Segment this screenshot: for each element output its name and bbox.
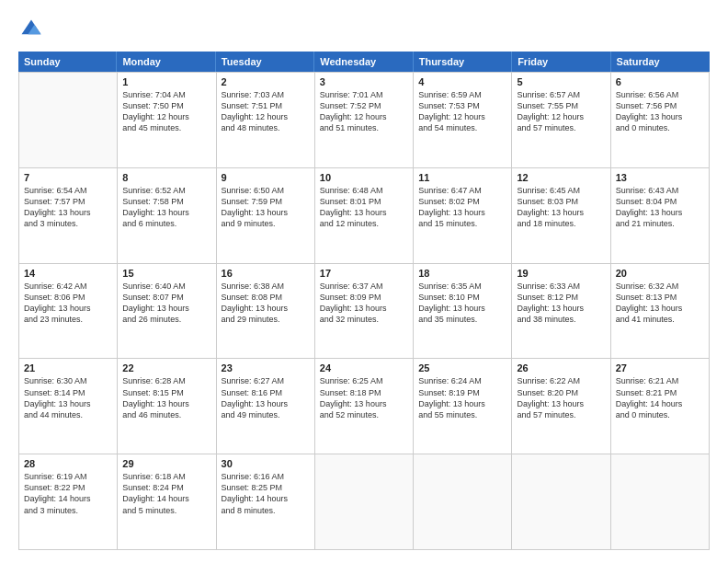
day-info-line: and 57 minutes. [517, 122, 605, 133]
day-info-line: Sunrise: 6:25 AM [320, 375, 408, 386]
day-cell-1: 1Sunrise: 7:04 AMSunset: 7:50 PMDaylight… [118, 73, 216, 168]
day-number: 30 [222, 458, 310, 469]
day-info-line: Sunrise: 6:27 AM [222, 375, 310, 386]
day-cell-15: 15Sunrise: 6:40 AMSunset: 8:07 PMDayligh… [118, 264, 216, 360]
empty-cell-4-6 [611, 454, 710, 550]
empty-cell-0-0 [19, 73, 118, 168]
day-info-line: and 54 minutes. [418, 122, 506, 133]
day-cell-23: 23Sunrise: 6:27 AMSunset: 8:16 PMDayligh… [217, 359, 315, 454]
day-info-line: Sunrise: 6:22 AM [517, 375, 605, 386]
day-info-line: Sunrise: 6:38 AM [222, 281, 310, 292]
day-info-line: Daylight: 13 hours [616, 207, 704, 218]
day-info-line: Sunset: 8:01 PM [320, 196, 408, 207]
day-info-line: and 12 minutes. [320, 218, 408, 229]
day-info-line: Sunset: 8:13 PM [616, 292, 704, 303]
day-number: 1 [122, 76, 210, 87]
day-cell-14: 14Sunrise: 6:42 AMSunset: 8:06 PMDayligh… [19, 264, 118, 360]
day-number: 23 [222, 362, 310, 373]
day-cell-30: 30Sunrise: 6:16 AMSunset: 8:25 PMDayligh… [217, 454, 315, 550]
day-info-line: and 44 minutes. [24, 409, 112, 420]
day-cell-20: 20Sunrise: 6:32 AMSunset: 8:13 PMDayligh… [611, 264, 710, 360]
day-number: 19 [517, 268, 605, 279]
day-info-line: Sunset: 7:56 PM [616, 100, 704, 111]
day-cell-29: 29Sunrise: 6:18 AMSunset: 8:24 PMDayligh… [118, 454, 216, 550]
day-info-line: Sunrise: 6:33 AM [517, 281, 605, 292]
day-info-line: Daylight: 13 hours [24, 398, 112, 409]
day-info-line: Daylight: 13 hours [517, 207, 605, 218]
day-cell-22: 22Sunrise: 6:28 AMSunset: 8:15 PMDayligh… [118, 359, 216, 454]
day-info-line: Sunset: 8:22 PM [24, 482, 112, 493]
header [18, 17, 710, 42]
day-info-line: Daylight: 12 hours [122, 111, 210, 122]
header-day-saturday: Saturday [611, 52, 710, 72]
header-day-sunday: Sunday [18, 52, 117, 72]
empty-cell-4-5 [512, 454, 610, 550]
empty-cell-4-3 [315, 454, 414, 550]
day-cell-21: 21Sunrise: 6:30 AMSunset: 8:14 PMDayligh… [19, 359, 118, 454]
day-info-line: Daylight: 13 hours [320, 303, 408, 314]
day-info-line: Sunset: 8:06 PM [24, 292, 112, 303]
day-info-line: and 57 minutes. [517, 409, 605, 420]
empty-cell-4-4 [414, 454, 512, 550]
day-info-line: Sunset: 8:02 PM [418, 196, 506, 207]
day-number: 5 [517, 76, 605, 87]
day-cell-5: 5Sunrise: 6:57 AMSunset: 7:55 PMDaylight… [512, 73, 610, 168]
day-info-line: Daylight: 12 hours [418, 111, 506, 122]
day-cell-7: 7Sunrise: 6:54 AMSunset: 7:57 PMDaylight… [19, 168, 118, 264]
day-info-line: Sunset: 8:07 PM [122, 292, 210, 303]
day-info-line: Sunset: 7:59 PM [222, 196, 310, 207]
day-info-line: Daylight: 13 hours [320, 207, 408, 218]
day-info-line: and 0 minutes. [616, 122, 704, 133]
day-info-line: Daylight: 13 hours [320, 398, 408, 409]
day-info-line: Sunrise: 6:48 AM [320, 185, 408, 196]
day-info-line: Sunrise: 7:03 AM [222, 89, 310, 100]
day-info-line: Daylight: 12 hours [320, 111, 408, 122]
day-number: 12 [517, 172, 605, 183]
day-info-line: Sunset: 8:09 PM [320, 292, 408, 303]
day-cell-9: 9Sunrise: 6:50 AMSunset: 7:59 PMDaylight… [217, 168, 315, 264]
day-info-line: and 49 minutes. [222, 409, 310, 420]
day-info-line: Daylight: 12 hours [222, 111, 310, 122]
day-info-line: Daylight: 13 hours [418, 303, 506, 314]
day-info-line: Daylight: 13 hours [418, 207, 506, 218]
day-info-line: and 6 minutes. [122, 218, 210, 229]
day-info-line: Daylight: 14 hours [122, 493, 210, 504]
day-info-line: Sunrise: 6:35 AM [418, 281, 506, 292]
day-number: 28 [24, 458, 112, 469]
day-number: 22 [122, 362, 210, 373]
day-info-line: and 3 minutes. [24, 218, 112, 229]
header-day-monday: Monday [117, 52, 215, 72]
day-info-line: Sunset: 8:16 PM [222, 387, 310, 398]
day-info-line: Sunrise: 6:59 AM [418, 89, 506, 100]
day-info-line: Sunrise: 6:24 AM [418, 375, 506, 386]
day-info-line: Sunset: 8:18 PM [320, 387, 408, 398]
day-info-line: and 0 minutes. [616, 409, 704, 420]
header-day-thursday: Thursday [414, 52, 512, 72]
day-info-line: and 15 minutes. [418, 218, 506, 229]
day-info-line: Sunset: 7:53 PM [418, 100, 506, 111]
day-info-line: and 32 minutes. [320, 314, 408, 325]
day-cell-18: 18Sunrise: 6:35 AMSunset: 8:10 PMDayligh… [414, 264, 512, 360]
day-info-line: Sunset: 7:50 PM [122, 100, 210, 111]
day-info-line: Sunrise: 6:18 AM [122, 471, 210, 482]
day-info-line: and 3 minutes. [24, 505, 112, 516]
day-cell-6: 6Sunrise: 6:56 AMSunset: 7:56 PMDaylight… [611, 73, 710, 168]
day-info-line: Daylight: 13 hours [122, 207, 210, 218]
day-cell-4: 4Sunrise: 6:59 AMSunset: 7:53 PMDaylight… [414, 73, 512, 168]
day-info-line: Daylight: 13 hours [616, 111, 704, 122]
day-info-line: and 18 minutes. [517, 218, 605, 229]
day-number: 20 [616, 268, 704, 279]
day-number: 3 [320, 76, 408, 87]
day-info-line: Sunrise: 6:56 AM [616, 89, 704, 100]
day-cell-17: 17Sunrise: 6:37 AMSunset: 8:09 PMDayligh… [315, 264, 414, 360]
day-cell-2: 2Sunrise: 7:03 AMSunset: 7:51 PMDaylight… [217, 73, 315, 168]
day-info-line: Sunset: 7:51 PM [222, 100, 310, 111]
day-number: 25 [418, 362, 506, 373]
day-info-line: Sunrise: 7:01 AM [320, 89, 408, 100]
day-info-line: and 26 minutes. [122, 314, 210, 325]
day-info-line: Daylight: 13 hours [418, 398, 506, 409]
day-cell-28: 28Sunrise: 6:19 AMSunset: 8:22 PMDayligh… [19, 454, 118, 550]
day-number: 10 [320, 172, 408, 183]
day-info-line: and 9 minutes. [222, 218, 310, 229]
day-info-line: Daylight: 13 hours [24, 207, 112, 218]
